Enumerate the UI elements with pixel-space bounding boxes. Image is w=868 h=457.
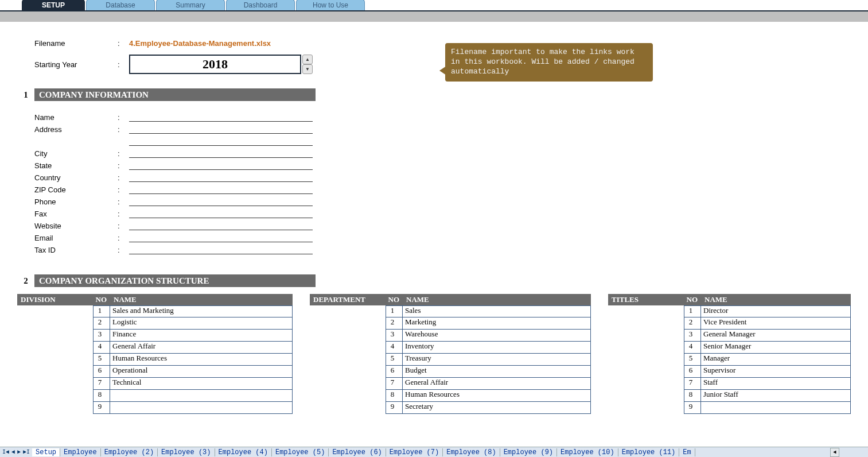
page-tab-setup[interactable]: SETUP [22, 0, 85, 10]
table-cell-no[interactable]: 7 [386, 378, 403, 390]
table-cell-name[interactable]: General Affair [110, 342, 293, 354]
sheet-tab-setup[interactable]: Setup [32, 448, 60, 456]
table-cell-no[interactable]: 8 [684, 390, 701, 402]
company-field-input[interactable] [129, 149, 313, 158]
table-cell-no[interactable]: 9 [93, 402, 110, 414]
table-cell-name[interactable]: Human Resources [110, 354, 293, 366]
company-field-input[interactable] [129, 209, 313, 218]
company-field-input[interactable] [129, 173, 313, 182]
company-field-input[interactable] [129, 161, 313, 170]
table-cell-no[interactable]: 8 [386, 390, 403, 402]
table-cell-name[interactable]: Staff [701, 378, 851, 390]
table-cell-no[interactable]: 3 [386, 330, 403, 342]
table-cell-no[interactable]: 4 [93, 342, 110, 354]
table-cell-name[interactable]: Logistic [110, 317, 293, 330]
table-cell-no[interactable]: 7 [684, 378, 701, 390]
table-cell-name[interactable]: Inventory [403, 342, 591, 354]
table-cell-no[interactable]: 1 [684, 305, 701, 317]
sheet-tab-employee-11-[interactable]: Employee (11) [618, 448, 680, 456]
sheet-tab-employee-8-[interactable]: Employee (8) [443, 448, 500, 456]
table-row: 7Technical [17, 378, 293, 390]
table-cell-name[interactable]: Sales and Marketing [110, 305, 293, 317]
table-cell-no[interactable]: 7 [93, 378, 110, 390]
sheet-tab-employee-5-[interactable]: Employee (5) [272, 448, 329, 456]
table-cell-no[interactable]: 9 [386, 402, 403, 414]
table-cell-no[interactable]: 2 [93, 317, 110, 330]
table-cell-name[interactable]: Operational [110, 366, 293, 378]
page-tab-database[interactable]: Database [86, 0, 155, 10]
colon: : [118, 113, 129, 122]
table-cell-no[interactable]: 8 [93, 390, 110, 402]
company-field-label: Address [34, 125, 118, 134]
table-cell-no[interactable]: 3 [684, 330, 701, 342]
table-cell-name[interactable]: Technical [110, 378, 293, 390]
sheet-tab-employee-10-[interactable]: Employee (10) [557, 448, 618, 456]
company-field-label: Email [34, 234, 118, 242]
table-cell-no[interactable]: 5 [93, 354, 110, 366]
page-tab-summary[interactable]: Summary [156, 0, 225, 10]
sheet-scroll-left-icon[interactable]: ◄ [830, 448, 839, 457]
sheet-nav-prev-icon[interactable]: ◄ [10, 449, 16, 455]
table-cell-name[interactable] [110, 390, 293, 402]
sheet-nav-next-icon[interactable]: ► [16, 449, 22, 455]
sheet-tab-employee-7-[interactable]: Employee (7) [386, 448, 443, 456]
sheet-nav-last-icon[interactable]: ►I [22, 449, 31, 455]
table-cell-name[interactable]: Treasury [403, 354, 591, 366]
company-field-input[interactable] [129, 233, 313, 242]
table-cell-name[interactable]: Vice President [701, 317, 851, 330]
sheet-tab-employee-9-[interactable]: Employee (9) [500, 448, 557, 456]
spinner-up-button[interactable]: ▲ [302, 55, 313, 64]
company-field-input[interactable] [129, 137, 313, 146]
spinner-down-button[interactable]: ▼ [302, 64, 313, 74]
table-cell-name[interactable]: Finance [110, 330, 293, 342]
table-cell-no[interactable]: 1 [93, 305, 110, 317]
table-cell-no[interactable]: 4 [386, 342, 403, 354]
table-cell-no[interactable]: 9 [684, 402, 701, 414]
sheet-tab-employee[interactable]: Employee [60, 448, 101, 456]
starting-year-value[interactable]: 2018 [129, 55, 301, 74]
sheet-nav-first-icon[interactable]: I◄ [1, 449, 10, 455]
company-field-input[interactable] [129, 113, 313, 122]
company-field-input[interactable] [129, 197, 313, 206]
table-cell-no[interactable]: 3 [93, 330, 110, 342]
company-field-input[interactable] [129, 125, 313, 134]
table-cell-name[interactable]: Marketing [403, 317, 591, 330]
table-cell-spacer [608, 330, 684, 342]
table-cell-name[interactable] [110, 402, 293, 414]
table-cell-name[interactable]: Director [701, 305, 851, 317]
company-field-input[interactable] [129, 185, 313, 194]
table-cell-name[interactable]: Junior Staff [701, 390, 851, 402]
table-cell-name[interactable]: Senior Manager [701, 342, 851, 354]
company-field-input[interactable] [129, 245, 313, 254]
sheet-tab-em[interactable]: Em [679, 448, 695, 456]
colon: : [118, 161, 129, 170]
page-tab-how-to-use[interactable]: How to Use [296, 0, 365, 10]
table-cell-name[interactable]: Secretary [403, 402, 591, 414]
table-cell-name[interactable]: Warehouse [403, 330, 591, 342]
sheet-tab-employee-4-[interactable]: Employee (4) [215, 448, 272, 456]
company-field-row: Phone: [34, 194, 868, 206]
table-cell-no[interactable]: 5 [386, 354, 403, 366]
table-header: TITLESNONAME [608, 294, 851, 305]
table-cell-name[interactable]: Manager [701, 354, 851, 366]
sheet-tab-employee-3-[interactable]: Employee (3) [158, 448, 215, 456]
table-cell-no[interactable]: 2 [386, 317, 403, 330]
table-cell-name[interactable]: General Affair [403, 378, 591, 390]
sheet-tab-employee-6-[interactable]: Employee (6) [329, 448, 386, 456]
table-cell-name[interactable]: General Manager [701, 330, 851, 342]
page-tab-dashboard[interactable]: Dashboard [226, 0, 295, 10]
table-cell-name[interactable]: Human Resources [403, 390, 591, 402]
sheet-tab-employee-2-[interactable]: Employee (2) [101, 448, 158, 456]
table-cell-no[interactable]: 6 [93, 366, 110, 378]
table-cell-no[interactable]: 2 [684, 317, 701, 330]
table-cell-name[interactable]: Supervisor [701, 366, 851, 378]
table-cell-no[interactable]: 6 [684, 366, 701, 378]
table-cell-no[interactable]: 6 [386, 366, 403, 378]
table-cell-no[interactable]: 4 [684, 342, 701, 354]
table-cell-no[interactable]: 5 [684, 354, 701, 366]
table-cell-name[interactable]: Budget [403, 366, 591, 378]
table-cell-name[interactable]: Sales [403, 305, 591, 317]
table-cell-name[interactable] [701, 402, 851, 414]
company-field-input[interactable] [129, 221, 313, 230]
table-cell-no[interactable]: 1 [386, 305, 403, 317]
